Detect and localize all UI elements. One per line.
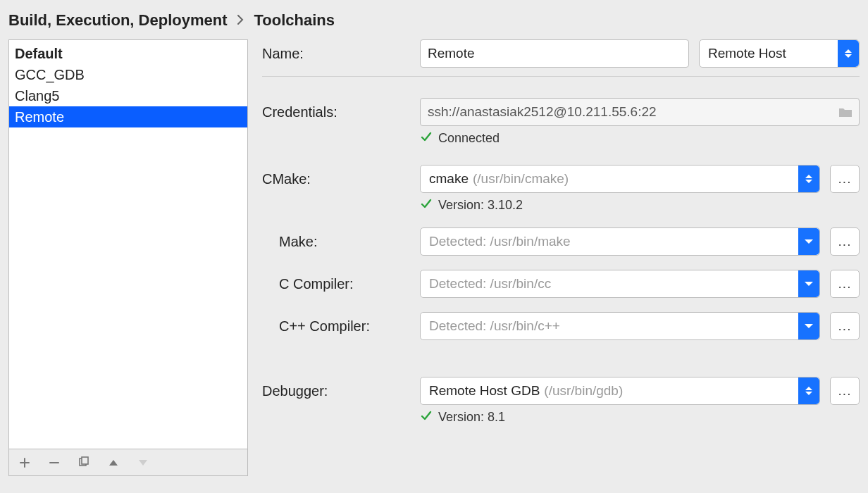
credentials-field[interactable]: ssh://anastasiak2512@10.211.55.6:22 bbox=[420, 98, 860, 126]
cmake-version-text: Version: 3.10.2 bbox=[438, 198, 523, 213]
chevron-down-icon bbox=[798, 228, 819, 255]
chevron-down-icon bbox=[798, 313, 819, 339]
c-compiler-label: C Compiler: bbox=[262, 276, 420, 292]
move-up-button[interactable] bbox=[105, 454, 122, 471]
updown-icon bbox=[798, 166, 819, 192]
check-icon bbox=[420, 197, 433, 213]
debugger-select[interactable]: Remote Host GDB (/usr/bin/gdb) bbox=[420, 377, 820, 405]
breadcrumb-parent[interactable]: Build, Execution, Deployment bbox=[8, 11, 227, 30]
toolchain-item-remote[interactable]: Remote bbox=[9, 106, 247, 127]
make-browse-button[interactable]: ... bbox=[830, 227, 860, 256]
credentials-status: Connected bbox=[420, 130, 860, 146]
breadcrumb-current: Toolchains bbox=[254, 11, 335, 30]
toolchain-item-gcc-gdb[interactable]: GCC_GDB bbox=[9, 64, 247, 85]
c-compiler-browse-button[interactable]: ... bbox=[830, 270, 860, 298]
toolchains-sidebar: Default GCC_GDB Clang5 Remote bbox=[8, 39, 248, 476]
debugger-browse-button[interactable]: ... bbox=[830, 377, 860, 405]
toolchain-item-clang5[interactable]: Clang5 bbox=[9, 85, 247, 106]
connected-text: Connected bbox=[438, 131, 500, 146]
toolchain-form: Name: Remote Host Credentials: ssh://ana… bbox=[262, 39, 860, 476]
chevron-down-icon bbox=[798, 270, 819, 297]
svg-rect-1 bbox=[82, 457, 88, 464]
make-placeholder: Detected: /usr/bin/make bbox=[429, 234, 571, 249]
c-compiler-select[interactable]: Detected: /usr/bin/cc bbox=[420, 270, 820, 298]
cmake-path-hint: (/usr/bin/cmake) bbox=[473, 171, 569, 187]
debugger-label: Debugger: bbox=[262, 383, 420, 399]
cmake-value: cmake bbox=[429, 171, 469, 187]
cmake-label: CMake: bbox=[262, 171, 420, 187]
make-label: Make: bbox=[262, 234, 420, 250]
chevron-right-icon bbox=[237, 13, 244, 28]
debugger-path-hint: (/usr/bin/gdb) bbox=[544, 383, 623, 399]
make-select[interactable]: Detected: /usr/bin/make bbox=[420, 227, 820, 256]
cmake-browse-button[interactable]: ... bbox=[830, 165, 860, 193]
cmake-status: Version: 3.10.2 bbox=[420, 197, 860, 213]
debugger-value: Remote Host GDB bbox=[429, 383, 540, 399]
credentials-label: Credentials: bbox=[262, 104, 420, 120]
cmake-select[interactable]: cmake (/usr/bin/cmake) bbox=[420, 165, 820, 193]
move-down-button[interactable] bbox=[135, 454, 151, 471]
add-button[interactable] bbox=[16, 454, 33, 471]
folder-icon[interactable] bbox=[838, 99, 853, 125]
cpp-compiler-select[interactable]: Detected: /usr/bin/c++ bbox=[420, 312, 820, 340]
divider bbox=[262, 76, 860, 77]
credentials-value: ssh://anastasiak2512@10.211.55.6:22 bbox=[428, 104, 657, 120]
toolchain-item-default[interactable]: Default bbox=[9, 43, 247, 64]
name-label: Name: bbox=[262, 46, 420, 62]
copy-button[interactable] bbox=[75, 454, 92, 471]
check-icon bbox=[420, 409, 433, 425]
c-compiler-placeholder: Detected: /usr/bin/cc bbox=[429, 276, 551, 292]
debugger-status: Version: 8.1 bbox=[420, 409, 860, 425]
updown-icon bbox=[838, 40, 859, 67]
cpp-compiler-label: C++ Compiler: bbox=[262, 318, 420, 335]
cpp-compiler-placeholder: Detected: /usr/bin/c++ bbox=[429, 318, 560, 334]
cpp-compiler-browse-button[interactable]: ... bbox=[830, 312, 860, 340]
toolchains-list[interactable]: Default GCC_GDB Clang5 Remote bbox=[9, 40, 247, 449]
breadcrumb: Build, Execution, Deployment Toolchains bbox=[0, 0, 868, 39]
remove-button[interactable] bbox=[46, 454, 63, 471]
toolchain-type-value: Remote Host bbox=[708, 46, 786, 61]
updown-icon bbox=[798, 377, 819, 404]
check-icon bbox=[420, 130, 433, 146]
toolchain-type-select[interactable]: Remote Host bbox=[699, 39, 860, 68]
sidebar-toolbar bbox=[9, 449, 247, 475]
debugger-version-text: Version: 8.1 bbox=[438, 410, 505, 425]
name-input[interactable] bbox=[420, 39, 689, 68]
